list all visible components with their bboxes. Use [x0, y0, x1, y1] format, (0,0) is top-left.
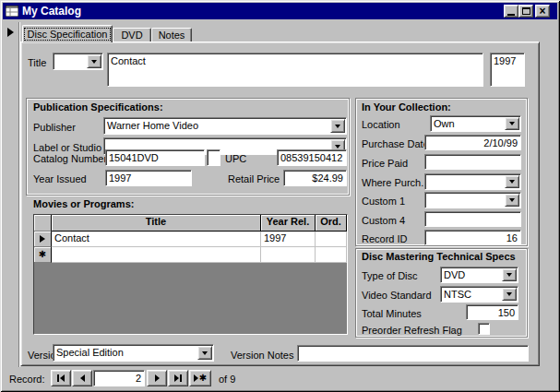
location-value: Own — [434, 118, 504, 130]
publication-specifications-header: Publication Specifications: — [33, 101, 163, 113]
first-record-icon — [57, 374, 59, 382]
upc-label: UPC — [225, 153, 246, 164]
current-row-arrow-icon — [40, 235, 45, 243]
year-issued-label: Year Issued — [33, 173, 87, 184]
price-paid-field[interactable] — [424, 154, 521, 170]
cell-title[interactable]: Contact — [52, 232, 261, 247]
maximize-button[interactable] — [518, 5, 533, 18]
chevron-down-icon — [202, 351, 208, 355]
version-combobox[interactable]: Special Edition — [53, 344, 214, 362]
column-header-year-rel[interactable]: Year Rel. — [261, 215, 316, 232]
dropdown-button[interactable] — [505, 175, 519, 188]
new-record-icon — [194, 374, 198, 382]
purchase-date-label: Purchase Date — [362, 138, 429, 149]
dropdown-button[interactable] — [330, 119, 345, 133]
price-paid-label: Price Paid — [362, 158, 408, 169]
record-count-label: of 9 — [219, 374, 235, 385]
type-of-disc-combobox[interactable]: DVD — [440, 267, 518, 283]
form-icon — [6, 6, 18, 17]
title-prefix-combobox[interactable] — [53, 53, 103, 70]
custom1-combobox[interactable] — [424, 192, 521, 208]
tab-label: DVD — [121, 30, 142, 41]
column-header-title[interactable]: Title — [52, 215, 261, 232]
tab-notes[interactable]: Notes — [151, 28, 192, 42]
dropdown-button[interactable] — [197, 346, 212, 360]
table-row: Contact 1997 — [34, 232, 347, 247]
tab-label: Notes — [159, 30, 185, 41]
in-your-collection-header: In Your Collection: — [362, 101, 451, 113]
video-standard-value: NTSC — [444, 289, 501, 301]
total-minutes-field[interactable]: 150 — [466, 304, 518, 320]
catalog-check-field[interactable] — [207, 149, 220, 166]
record-id-label: Record ID — [362, 233, 408, 244]
grid-header-row: Title Year Rel. Ord. — [34, 215, 347, 232]
purchase-date-field[interactable]: 2/10/99 — [424, 135, 521, 150]
type-of-disc-label: Type of Disc — [362, 270, 418, 281]
location-combobox[interactable]: Own — [430, 115, 521, 132]
video-standard-combobox[interactable]: NTSC — [440, 286, 518, 303]
chevron-down-icon — [91, 60, 97, 64]
record-number-input[interactable]: 2 — [93, 370, 145, 386]
where-purchased-combobox[interactable] — [424, 173, 521, 190]
catalog-number-field[interactable]: 15041DVD — [105, 149, 205, 166]
grid-corner-cell[interactable] — [34, 215, 52, 232]
new-record-asterisk-icon: ✱ — [39, 250, 46, 259]
dropdown-button[interactable] — [505, 194, 519, 207]
next-record-button[interactable] — [147, 370, 167, 386]
label-or-studio-label: Label or Studio — [33, 142, 101, 153]
tab-label: Disc Specification — [24, 28, 112, 41]
upc-field[interactable]: 08539150412 — [277, 149, 347, 166]
maximize-icon — [522, 7, 530, 15]
new-record-button[interactable]: ✱ — [189, 370, 211, 386]
total-minutes-label: Total Minutes — [362, 308, 422, 319]
record-id-field[interactable]: 16 — [424, 230, 521, 245]
title-year-field[interactable]: 1997 — [490, 53, 525, 87]
dropdown-button[interactable] — [502, 288, 517, 301]
close-icon: × — [539, 6, 545, 16]
tab-disc-specification[interactable]: Disc Specification — [22, 25, 113, 42]
first-record-button[interactable] — [51, 370, 71, 386]
dropdown-button[interactable] — [505, 117, 519, 130]
record-selector-arrow-icon[interactable] — [7, 28, 14, 37]
chevron-down-icon — [506, 292, 512, 296]
last-record-button[interactable] — [168, 370, 188, 386]
title-field[interactable]: Contact — [107, 53, 483, 87]
chevron-down-icon — [335, 125, 340, 128]
cell-year-rel[interactable]: 1997 — [261, 232, 316, 247]
catalog-number-label: Catalog Number — [33, 153, 107, 164]
chevron-down-icon — [509, 122, 515, 125]
custom4-field[interactable] — [424, 211, 521, 227]
preorder-refresh-flag-checkbox[interactable] — [478, 323, 490, 335]
chevron-down-icon — [509, 198, 515, 202]
cell-title-empty[interactable] — [52, 247, 261, 263]
custom4-label: Custom 4 — [362, 215, 405, 226]
disc-mastering-header: Disc Mastering Technical Specs — [362, 251, 516, 262]
new-record-selector[interactable]: ✱ — [34, 247, 52, 263]
year-issued-field[interactable]: 1997 — [105, 170, 192, 186]
row-selector[interactable] — [34, 232, 52, 247]
tab-dvd[interactable]: DVD — [113, 28, 151, 42]
minimize-button[interactable] — [504, 5, 518, 18]
record-nav-label: Record: — [9, 374, 45, 385]
previous-record-button[interactable] — [72, 370, 92, 386]
retail-price-label: Retail Price — [228, 173, 280, 184]
new-record-row: ✱ — [34, 247, 347, 263]
custom1-label: Custom 1 — [362, 196, 405, 207]
close-button[interactable]: × — [535, 5, 550, 18]
video-standard-label: Video Standard — [362, 290, 432, 301]
title-bar[interactable]: My Catalog — [3, 3, 557, 19]
window-title: My Catalog — [22, 5, 81, 18]
cell-year-empty[interactable] — [261, 247, 316, 263]
cell-ord-empty[interactable] — [316, 247, 347, 263]
location-label: Location — [362, 119, 400, 130]
dropdown-button[interactable] — [87, 54, 101, 68]
dropdown-button[interactable] — [502, 268, 517, 281]
preorder-refresh-flag-label: Preorder Refresh Flag — [362, 325, 462, 336]
version-notes-label: Version Notes — [231, 350, 293, 361]
publisher-combobox[interactable]: Warner Home Video — [103, 117, 347, 135]
column-header-ord[interactable]: Ord. — [316, 215, 347, 232]
cell-ord[interactable] — [316, 232, 347, 247]
version-notes-field[interactable] — [297, 345, 529, 362]
next-record-icon — [155, 374, 160, 382]
retail-price-field[interactable]: $24.99 — [283, 170, 347, 186]
